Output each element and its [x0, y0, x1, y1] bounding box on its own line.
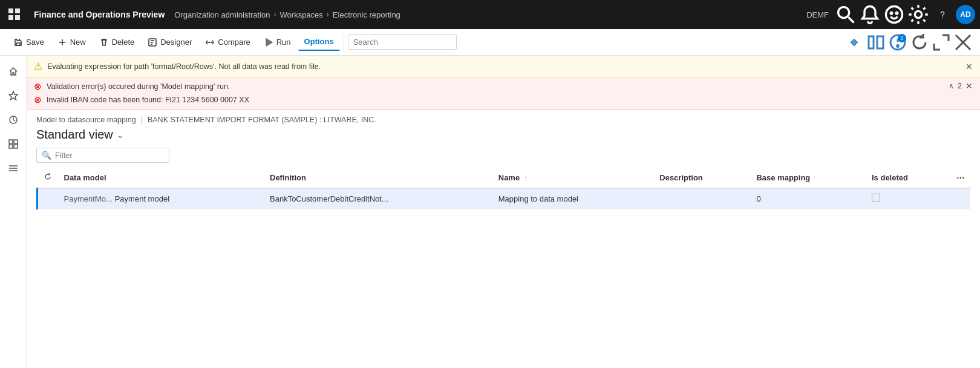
cell-is-deleted — [866, 188, 950, 209]
warning-text: Evaluating expression for path 'format/R… — [47, 62, 321, 71]
toolbar-search-input[interactable] — [348, 34, 457, 50]
breadcrumb-sep-2: › — [327, 10, 329, 19]
mapping-breadcrumb-sep: | — [141, 116, 143, 124]
designer-button[interactable]: Designer — [142, 34, 198, 51]
sort-icon: ↑ — [524, 174, 528, 182]
mapping-table: Data model Definition Name ↑ Description… — [36, 168, 970, 209]
warning-close-btn[interactable]: ✕ — [965, 62, 973, 71]
delete-button[interactable]: Delete — [93, 34, 141, 51]
svg-rect-27 — [9, 145, 13, 148]
svg-rect-3 — [15, 15, 20, 20]
search-icon-btn[interactable] — [835, 4, 857, 25]
mapping-view-label: Standard view — [36, 128, 113, 142]
cell-more[interactable] — [950, 188, 970, 209]
th-more[interactable]: ⋯ — [950, 168, 970, 188]
svg-rect-16 — [869, 36, 874, 48]
mapping-view-selector[interactable]: Standard view ⌄ — [36, 128, 970, 142]
toolbar-right-actions: 0 — [844, 33, 973, 52]
sidebar-modules[interactable] — [2, 157, 24, 179]
data-model-short: PaymentMo... — [64, 194, 113, 203]
filter-input-wrapper: 🔍 — [36, 148, 169, 163]
data-model-full: Payment model — [115, 194, 169, 203]
badge-count: 0 — [898, 34, 906, 42]
settings-icon-btn[interactable] — [907, 4, 929, 25]
th-name[interactable]: Name ↑ — [492, 168, 654, 188]
notification-icon-btn[interactable] — [859, 4, 881, 25]
toolbar-separator — [344, 35, 344, 50]
sidebar-recent[interactable] — [2, 109, 24, 131]
svg-marker-15 — [851, 39, 858, 46]
left-sidebar — [0, 56, 27, 368]
breadcrumb-sep-1: › — [274, 10, 276, 19]
mapping-breadcrumb: Model to datasource mapping | BANK STATE… — [36, 116, 970, 124]
row-selector — [38, 188, 58, 209]
error-icon-2: ⊗ — [34, 94, 42, 105]
breadcrumb: Organization administration › Workspaces… — [174, 10, 798, 19]
columns-icon-btn[interactable] — [866, 33, 886, 52]
sidebar-favorites[interactable] — [2, 85, 24, 107]
chevron-down-icon: ⌄ — [117, 130, 124, 140]
error-close-btn[interactable]: ✕ — [965, 81, 973, 91]
new-button[interactable]: New — [51, 34, 92, 51]
close-icon-btn[interactable] — [953, 33, 973, 52]
table-row[interactable]: PaymentMo... Payment model BankToCustome… — [38, 188, 971, 209]
svg-point-20 — [897, 45, 899, 47]
base-mapping-count: 0 — [756, 194, 760, 203]
breadcrumb-org[interactable]: Organization administration — [174, 10, 270, 19]
warning-banner: ⚠ Evaluating expression for path 'format… — [27, 56, 980, 77]
mapping-format-label: BANK STATEMENT IMPORT FORMAT (SAMPLE) : … — [148, 116, 376, 124]
table-header-row: Data model Definition Name ↑ Description… — [38, 168, 971, 188]
topnav-right: DEMF ? AD — [803, 4, 975, 25]
breadcrumb-electronic-reporting[interactable]: Electronic reporting — [333, 10, 400, 19]
th-data-model: Data model — [58, 168, 264, 188]
mapping-header: Model to datasource mapping | BANK STATE… — [27, 110, 980, 148]
user-avatar[interactable]: AD — [956, 5, 975, 24]
error-icon-1: ⊗ — [34, 81, 42, 92]
main-layout: ⚠ Evaluating expression for path 'format… — [0, 56, 980, 368]
is-deleted-checkbox[interactable] — [872, 194, 880, 202]
expand-icon-btn[interactable] — [932, 33, 951, 52]
blue-diamond-icon-btn[interactable] — [844, 33, 864, 52]
notification-badge-btn[interactable]: 0 — [888, 33, 907, 52]
svg-rect-2 — [8, 15, 13, 20]
th-description: Description — [653, 168, 750, 188]
options-button[interactable]: Options — [298, 33, 340, 51]
th-definition: Definition — [264, 168, 492, 188]
cell-name: Mapping to data model — [492, 188, 654, 209]
breadcrumb-workspaces[interactable]: Workspaces — [280, 10, 323, 19]
th-base-mapping: Base mapping — [750, 168, 866, 188]
svg-rect-17 — [877, 36, 883, 48]
svg-point-9 — [915, 11, 921, 18]
top-navbar: Finance and Operations Preview Organizat… — [0, 0, 980, 29]
content-area: ⚠ Evaluating expression for path 'format… — [27, 56, 980, 368]
filter-search-icon: 🔍 — [42, 151, 51, 160]
save-button[interactable]: Save — [7, 34, 50, 51]
sidebar-home[interactable] — [2, 61, 24, 82]
filter-input[interactable] — [55, 151, 164, 160]
svg-rect-0 — [8, 8, 13, 13]
svg-point-6 — [886, 7, 903, 23]
svg-rect-1 — [15, 8, 20, 13]
error-row-1: ⊗ Validation error(s) occured during 'Mo… — [34, 81, 949, 92]
cell-definition: BankToCustomerDebitCreditNot... — [264, 188, 492, 209]
smiley-icon-btn[interactable] — [883, 4, 905, 25]
main-toolbar: Save New Delete Designer Compare Run Opt… — [0, 29, 980, 56]
cell-base-mapping: 0 — [750, 188, 866, 209]
run-button[interactable]: Run — [258, 34, 297, 51]
error-nav-up[interactable]: ∧ — [949, 82, 954, 90]
compare-button[interactable]: Compare — [199, 34, 256, 51]
th-refresh[interactable] — [38, 168, 58, 188]
error-banner: ⊗ Validation error(s) occured during 'Mo… — [27, 77, 980, 110]
app-title: Finance and Operations Preview — [29, 10, 169, 19]
svg-point-4 — [838, 7, 849, 18]
filter-bar: 🔍 — [27, 148, 980, 168]
svg-rect-25 — [9, 140, 13, 143]
svg-line-5 — [849, 18, 854, 23]
svg-marker-23 — [9, 91, 18, 100]
svg-point-7 — [890, 12, 892, 14]
sidebar-workspaces[interactable] — [2, 133, 24, 155]
help-icon-btn[interactable]: ? — [932, 4, 953, 25]
refresh-icon-btn[interactable] — [910, 33, 929, 52]
app-logo[interactable] — [5, 5, 24, 24]
error-text-2: Invalid IBAN code has been found: FI21 1… — [47, 96, 249, 104]
